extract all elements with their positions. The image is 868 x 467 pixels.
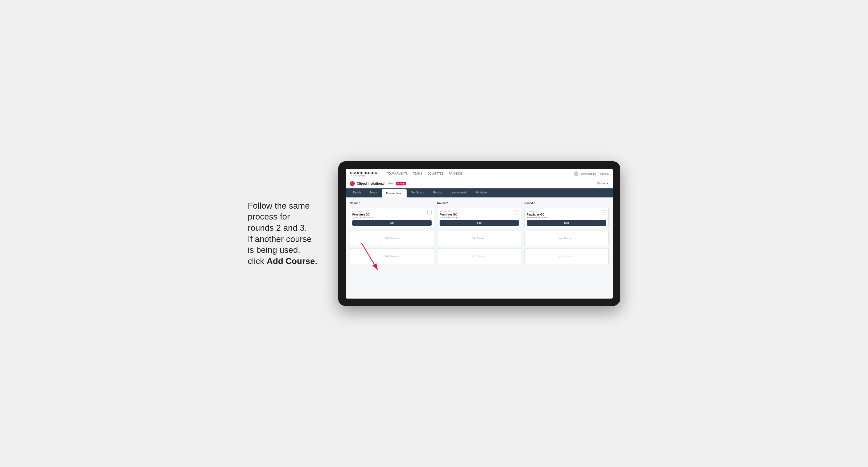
tournament-gender: (Men) xyxy=(386,182,394,185)
instruction-line6: click xyxy=(248,256,267,266)
sign-out-link[interactable]: | Sign out xyxy=(598,173,609,175)
course-a-label-r1: (Course A) xyxy=(352,210,373,213)
page-wrapper: Follow the same process for rounds 2 and… xyxy=(248,161,620,306)
round-2-course-card: (Course A) Peachtree GC Yellow (M) (6629… xyxy=(437,208,521,228)
instruction-bold: Add Course. xyxy=(267,256,317,266)
course-name-r1: Peachtree GC xyxy=(352,213,373,216)
top-nav-links: TOURNAMENTS TEAMS COMMITTEE RANKINGS xyxy=(387,171,567,176)
round-3-column: Round 3 (Course A) Peachtree GC Yellow (… xyxy=(524,202,609,264)
add-course-text-r3-2: Add Course + xyxy=(559,255,574,257)
sub-header: C Clippd Invitational (Men) Hosting Canc… xyxy=(346,179,613,188)
add-course-text-r1-2: Add Course + xyxy=(384,255,399,257)
course-card-header-r2: (Course A) Peachtree GC Yellow (M) (6629… xyxy=(440,210,519,220)
edit-course-r2[interactable]: Edit xyxy=(440,220,519,226)
top-nav-right: blair@clippd.io | Sign out xyxy=(574,172,609,176)
tab-course-setup[interactable]: Course Setup xyxy=(382,189,407,197)
cancel-button[interactable]: Cancel ✕ xyxy=(597,182,609,185)
tab-results[interactable]: Results xyxy=(429,188,446,197)
nav-committee[interactable]: COMMITTEE xyxy=(427,171,443,176)
delete-course-r2[interactable]: ○ xyxy=(515,210,519,215)
add-course-r3-1[interactable]: Add Course + xyxy=(524,230,609,246)
instruction-line2: process for xyxy=(248,212,290,221)
delete-course-r3[interactable]: ○ xyxy=(602,210,606,215)
course-card-info: (Course A) Peachtree GC Yellow (M) (6629… xyxy=(352,210,373,220)
add-course-text-r1-1: Add Course + xyxy=(384,237,399,240)
instruction-text: Follow the same process for rounds 2 and… xyxy=(248,200,322,267)
instruction-line3: rounds 2 and 3. xyxy=(248,223,307,232)
course-card-header: (Course A) Peachtree GC Yellow (M) (6629… xyxy=(352,210,432,220)
nav-teams[interactable]: TEAMS xyxy=(413,171,422,176)
user-email: blair@clippd.io xyxy=(581,173,596,175)
course-card-info-r3: (Course A) Peachtree GC Yellow (M) (6629… xyxy=(527,210,547,220)
course-a-label-r2: (Course A) xyxy=(440,210,460,213)
round-3-title: Round 3 xyxy=(524,202,609,205)
tablet-screen: SCOREBOARD Powered by clippd TOURNAMENTS… xyxy=(346,169,613,299)
tablet-screen-container: SCOREBOARD Powered by clippd TOURNAMENTS… xyxy=(346,169,613,299)
tablet-frame: SCOREBOARD Powered by clippd TOURNAMENTS… xyxy=(338,161,620,306)
tab-printables[interactable]: Printables xyxy=(471,188,492,197)
round-2-column: Round 2 (Course A) Peachtree GC Yellow (… xyxy=(437,202,521,264)
course-detail-r1: Yellow (M) (6629 yds) xyxy=(352,216,373,218)
instruction-line5: is being used, xyxy=(248,245,300,255)
cancel-icon: ✕ xyxy=(607,182,609,185)
edit-course-r3[interactable]: Edit xyxy=(527,220,606,226)
course-a-label-r3: (Course A) xyxy=(527,210,547,213)
round-2-title: Round 2 xyxy=(437,202,521,205)
top-nav: SCOREBOARD Powered by clippd TOURNAMENTS… xyxy=(346,169,613,179)
tab-details[interactable]: Details xyxy=(349,188,366,197)
add-course-text-r3-1: Add Course + xyxy=(559,237,574,240)
course-card-header-r3: (Course A) Peachtree GC Yellow (M) (6629… xyxy=(527,210,606,220)
delete-course-r1[interactable]: ○ xyxy=(427,210,432,215)
tournament-name: Clippd Invitational xyxy=(357,182,384,185)
nav-rankings[interactable]: RANKINGS xyxy=(448,171,462,176)
instruction-line4: If another course xyxy=(248,234,312,244)
course-card-info-r2: (Course A) Peachtree GC Yellow (M) (6629… xyxy=(440,210,460,220)
add-course-r2-2: Add Course + xyxy=(437,248,521,264)
add-course-r1-1[interactable]: Add Course + xyxy=(350,230,434,246)
tab-teams[interactable]: Teams xyxy=(366,188,382,197)
add-course-r1-2[interactable]: Add Course + xyxy=(350,248,434,264)
tab-nav: Details Teams Course Setup Tee Groups Re… xyxy=(346,188,613,197)
add-course-text-r2-1: Add Course + xyxy=(472,237,487,240)
course-name-r2: Peachtree GC xyxy=(440,213,460,216)
tab-tee-groups[interactable]: Tee Groups xyxy=(407,188,429,197)
hosting-badge: Hosting xyxy=(396,182,406,185)
clippd-logo: C xyxy=(350,181,355,186)
course-detail-r3: Yellow (M) (6629 yds) xyxy=(527,216,547,218)
round-3-course-card: (Course A) Peachtree GC Yellow (M) (6629… xyxy=(524,208,609,228)
tab-leaderboards[interactable]: Leaderboards xyxy=(446,188,471,197)
sub-header-left: C Clippd Invitational (Men) Hosting xyxy=(350,181,406,186)
add-course-r3-2: Add Course + xyxy=(524,248,609,264)
main-content: Round 1 (Course A) Peachtree GC Yellow (… xyxy=(346,197,613,299)
add-course-text-r2-2: Add Course + xyxy=(472,255,487,257)
cancel-label: Cancel xyxy=(597,182,606,185)
course-name-r3: Peachtree GC xyxy=(527,213,547,216)
user-avatar xyxy=(574,172,579,176)
logo-area: SCOREBOARD Powered by clippd xyxy=(350,171,378,177)
nav-tournaments[interactable]: TOURNAMENTS xyxy=(387,171,408,176)
instruction-line1: Follow the same xyxy=(248,201,310,211)
round-1-column: Round 1 (Course A) Peachtree GC Yellow (… xyxy=(350,202,434,264)
course-detail-r2: Yellow (M) (6629 yds) xyxy=(440,216,460,218)
round-1-course-card: (Course A) Peachtree GC Yellow (M) (6629… xyxy=(350,208,434,228)
round-1-title: Round 1 xyxy=(350,202,434,205)
edit-course-r1[interactable]: Edit xyxy=(352,220,432,226)
rounds-grid: Round 1 (Course A) Peachtree GC Yellow (… xyxy=(350,202,609,264)
logo-powered: Powered by clippd xyxy=(350,175,378,177)
logo-text: SCOREBOARD xyxy=(350,171,378,175)
add-course-r2-1[interactable]: Add Course + xyxy=(437,230,521,246)
